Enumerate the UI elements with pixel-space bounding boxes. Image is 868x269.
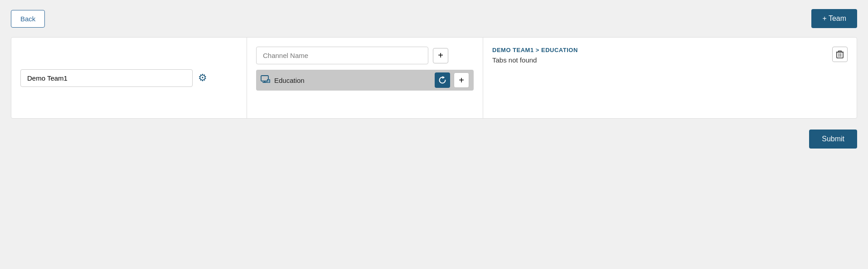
channel-icon [261,75,271,86]
team-panel: ⚙ [11,38,247,118]
submit-row: Submit [0,119,868,149]
channel-item-label: Education [274,77,431,84]
tabs-panel-header: DEMO TEAM1 > EDUCATION Tabs not found [492,47,848,64]
add-team-button[interactable]: + Team [811,9,857,28]
delete-button[interactable] [832,47,848,62]
top-bar: Back + Team [0,0,868,37]
breadcrumb: DEMO TEAM1 > EDUCATION [492,47,578,53]
tabs-panel-info: DEMO TEAM1 > EDUCATION Tabs not found [492,47,578,64]
gear-icon[interactable]: ⚙ [198,72,207,84]
tabs-not-found: Tabs not found [492,56,578,64]
channel-name-input[interactable] [256,47,428,64]
channel-name-row: + [256,47,474,64]
channel-panel: + Education + [247,38,483,118]
back-button[interactable]: Back [11,10,45,28]
team-name-input[interactable] [20,69,193,87]
tabs-panel: DEMO TEAM1 > EDUCATION Tabs not found [483,38,857,118]
submit-button[interactable]: Submit [809,130,857,149]
main-content: ⚙ + Education [11,37,857,119]
add-channel-button[interactable]: + [433,48,448,63]
refresh-button[interactable] [435,72,450,88]
channel-item: Education + [256,70,474,91]
add-tab-button[interactable]: + [454,72,469,88]
svg-rect-7 [837,52,843,58]
